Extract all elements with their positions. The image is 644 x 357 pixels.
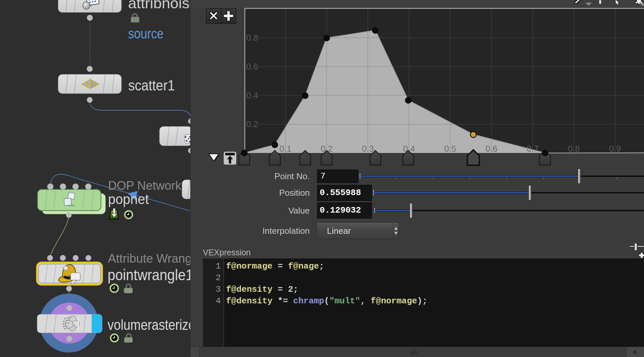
svg-text:Attribute Wrangle: Attribute Wrangle xyxy=(108,252,190,265)
svg-text:volumerasterize: volumerasterize xyxy=(108,317,190,333)
svg-text:0.9: 0.9 xyxy=(609,144,621,154)
svg-text:popnet: popnet xyxy=(108,191,149,207)
svg-text:0.6: 0.6 xyxy=(485,144,497,154)
svg-text:0.5: 0.5 xyxy=(444,144,456,154)
svg-text:0.3: 0.3 xyxy=(362,144,374,154)
svg-text:scatter1: scatter1 xyxy=(128,77,175,93)
svg-text:source: source xyxy=(128,26,163,41)
svg-text:DOP Network: DOP Network xyxy=(108,179,182,192)
svg-text:0.1: 0.1 xyxy=(279,144,291,154)
svg-text:pointwrangle1: pointwrangle1 xyxy=(108,266,190,283)
svg-text:attribnoise: attribnoise xyxy=(128,0,190,11)
svg-text:0.8: 0.8 xyxy=(568,144,580,154)
svg-text:0.8: 0.8 xyxy=(246,33,258,43)
svg-text:0.4: 0.4 xyxy=(246,90,258,100)
svg-text:0.2: 0.2 xyxy=(246,119,258,129)
svg-text:0.6: 0.6 xyxy=(246,62,258,72)
